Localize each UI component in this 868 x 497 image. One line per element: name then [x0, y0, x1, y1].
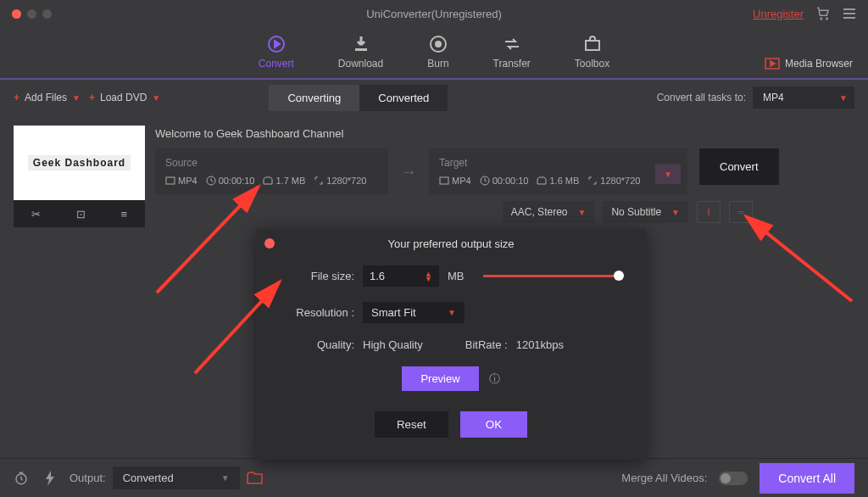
source-panel: Source MP4 00:00:10 1.7 MB 1280*720 — [155, 148, 388, 194]
merge-toggle[interactable] — [719, 472, 748, 485]
load-dvd-button[interactable]: + Load DVD ▼ — [89, 92, 160, 103]
chevron-down-icon: ▼ — [448, 308, 456, 317]
source-size: 1.7 MB — [263, 176, 305, 186]
flash-icon[interactable] — [44, 471, 56, 486]
media-browser-label: Media Browser — [785, 58, 853, 70]
chevron-down-icon: ▼ — [577, 208, 586, 217]
tab-toolbox-label: Toolbox — [575, 58, 609, 70]
source-format: MP4 — [165, 176, 198, 186]
target-duration: 00:00:10 — [480, 176, 529, 186]
file-size-label: File size: — [278, 270, 354, 282]
source-duration: 00:00:10 — [206, 176, 255, 186]
open-folder-icon[interactable] — [247, 472, 264, 485]
toolbox-icon — [582, 34, 603, 54]
titlebar: UniConverter(Unregistered) Unregister — [0, 0, 868, 27]
tab-converted[interactable]: Converted — [359, 85, 448, 111]
tab-burn[interactable]: Burn — [427, 34, 448, 70]
chevron-down-icon: ▼ — [221, 473, 230, 483]
convert-all-label: Convert all tasks to: — [657, 92, 746, 103]
thumbnail-tools: ✂ ⊡ ≡ — [14, 200, 145, 227]
target-resolution: 1280*720 — [587, 176, 640, 186]
tab-converting[interactable]: Converting — [269, 85, 359, 111]
adjust-icon[interactable]: ≡ — [120, 208, 127, 221]
tab-transfer-label: Transfer — [493, 58, 531, 70]
target-dropdown[interactable]: ▼ — [655, 164, 681, 184]
media-browser-icon — [765, 58, 780, 70]
source-label: Source — [165, 157, 378, 169]
thumbnail[interactable]: Geek Dashboard — [14, 126, 145, 200]
add-files-button[interactable]: + Add Files ▼ — [14, 92, 81, 103]
file-size-unit: MB — [448, 270, 465, 282]
tab-burn-label: Burn — [427, 58, 448, 70]
window-close-button[interactable] — [12, 9, 21, 19]
tab-convert[interactable]: Convert — [259, 34, 294, 70]
convert-button[interactable]: Convert — [699, 148, 779, 185]
window-minimize-button[interactable] — [27, 9, 36, 19]
resolution-label: Resolution : — [278, 306, 354, 319]
convert-icon — [266, 34, 287, 54]
file-size-input[interactable]: 1.6 ▲▼ — [363, 265, 439, 287]
dialog-title: Your preferred output size — [387, 237, 514, 250]
merge-label: Merge All Videos: — [621, 472, 707, 484]
tab-download[interactable]: Download — [338, 34, 383, 70]
thumbnail-text: Geek Dashboard — [28, 155, 131, 170]
source-resolution: 1280*720 — [314, 176, 366, 186]
chevron-down-icon: ▼ — [152, 93, 160, 103]
audio-select[interactable]: AAC, Stereo▼ — [503, 201, 595, 223]
target-format: MP4 — [439, 176, 471, 186]
toolbar: + Add Files ▼ + Load DVD ▼ Converting Co… — [0, 80, 868, 115]
add-files-label: Add Files — [25, 92, 67, 103]
reset-button[interactable]: Reset — [375, 411, 448, 438]
output-format-value: MP4 — [763, 92, 784, 103]
item-title: Welcome to Geek Dashboard Channel — [155, 126, 854, 142]
menu-icon[interactable] — [843, 8, 856, 20]
bitrate-label: BitRate : — [465, 338, 508, 351]
svg-marker-3 — [275, 41, 280, 47]
quality-value: High Quality — [363, 338, 423, 351]
tab-download-label: Download — [338, 58, 383, 70]
preview-button[interactable]: Preview — [402, 366, 478, 391]
svg-point-1 — [826, 18, 828, 20]
compress-button[interactable]: ⎓ — [729, 201, 753, 223]
cart-icon[interactable] — [815, 6, 831, 21]
svg-rect-7 — [586, 41, 599, 50]
output-format-select[interactable]: MP4 ▼ — [753, 87, 854, 109]
window-maximize-button[interactable] — [42, 9, 52, 19]
svg-point-6 — [436, 42, 441, 47]
target-label: Target — [439, 157, 677, 169]
arrow-right-icon: → — [400, 162, 417, 181]
download-icon — [351, 34, 371, 54]
tab-toolbox[interactable]: Toolbox — [575, 34, 609, 70]
converting-tabs: Converting Converted — [269, 85, 448, 111]
tab-convert-label: Convert — [259, 58, 294, 70]
quality-label: Quality: — [278, 338, 354, 351]
transfer-icon — [502, 34, 522, 54]
slider-thumb[interactable] — [614, 271, 624, 281]
subtitle-select[interactable]: No Subtitle▼ — [603, 201, 688, 223]
svg-rect-12 — [440, 177, 448, 184]
svg-rect-10 — [166, 177, 175, 184]
resolution-select[interactable]: Smart Fit▼ — [363, 302, 465, 323]
info-button[interactable]: i — [697, 201, 721, 223]
ok-button[interactable]: OK — [460, 411, 527, 438]
trim-icon[interactable]: ✂ — [31, 208, 41, 221]
dialog-close-button[interactable] — [264, 238, 275, 248]
info-icon[interactable]: ⓘ — [489, 371, 500, 387]
load-dvd-label: Load DVD — [100, 92, 147, 103]
target-size: 1.6 MB — [537, 176, 579, 186]
clock-icon[interactable] — [14, 471, 29, 486]
svg-marker-9 — [771, 61, 775, 66]
target-panel: Target MP4 00:00:10 1.6 MB 1280*720 ▼ — [429, 148, 687, 194]
convert-all-button[interactable]: Convert All — [760, 463, 854, 494]
stepper-icon[interactable]: ▲▼ — [425, 271, 432, 282]
footer: Output: Converted ▼ Merge All Videos: Co… — [0, 458, 868, 497]
output-folder-select[interactable]: Converted ▼ — [113, 466, 240, 489]
unregister-link[interactable]: Unregister — [753, 8, 804, 20]
file-size-slider[interactable] — [483, 275, 625, 277]
media-browser-button[interactable]: Media Browser — [765, 58, 853, 70]
tab-transfer[interactable]: Transfer — [493, 34, 531, 70]
chevron-down-icon: ▼ — [839, 93, 848, 103]
crop-icon[interactable]: ⊡ — [76, 208, 86, 221]
plus-icon: + — [89, 92, 95, 103]
svg-rect-4 — [355, 48, 367, 51]
